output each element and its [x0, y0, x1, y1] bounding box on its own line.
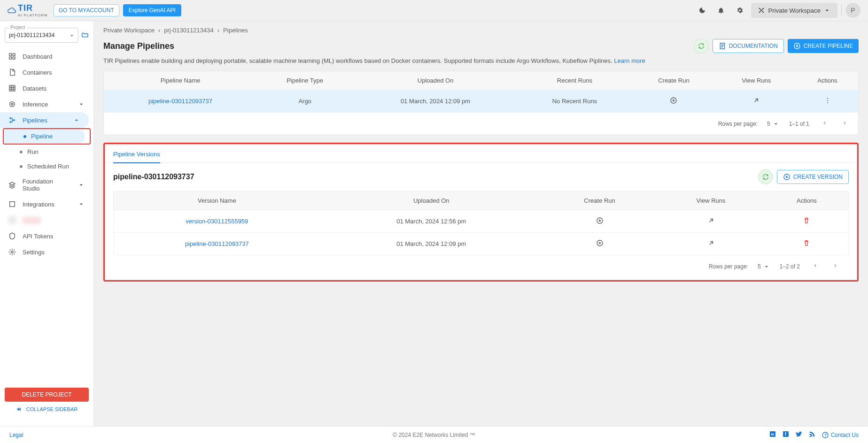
col-actions: Actions	[797, 71, 858, 90]
avatar[interactable]: P	[845, 3, 860, 18]
sidebar-item-settings[interactable]: Settings	[0, 244, 93, 260]
learn-more-link[interactable]: Learn more	[614, 57, 645, 64]
sidebar-item-datasets[interactable]: Datasets	[0, 80, 93, 96]
delete-button[interactable]	[803, 241, 810, 248]
chevron-down-icon	[78, 181, 85, 189]
sidebar-item-inference[interactable]: Inference	[0, 96, 93, 112]
svg-rect-4	[9, 53, 12, 56]
layers-icon	[8, 181, 16, 189]
facebook-icon[interactable]: f	[782, 430, 790, 439]
svg-rect-8	[9, 85, 15, 91]
prev-page-button[interactable]	[819, 117, 830, 130]
view-runs-button[interactable]	[707, 219, 715, 226]
sidebar-item-pipelines[interactable]: Pipelines	[0, 112, 89, 128]
tab-pipeline-versions[interactable]: Pipeline Versions	[106, 145, 856, 163]
explore-genai-button[interactable]: Explore GenAI API	[123, 4, 181, 16]
rows-per-page-select[interactable]: 5	[758, 263, 770, 270]
svg-point-21	[827, 102, 828, 103]
delete-project-button[interactable]: DELETE PROJECT	[5, 388, 89, 402]
pagination: Rows per page: 5 1–1 of 1	[104, 113, 858, 135]
sidebar-item-label: Foundation Studio	[23, 178, 71, 192]
inference-icon	[8, 100, 16, 108]
col-create-run: Create Run	[542, 191, 657, 210]
version-name-link[interactable]: version-030112555959	[186, 218, 248, 225]
copyright: © 2024 E2E Networks Limited ™	[393, 432, 475, 438]
twitter-icon[interactable]	[795, 430, 803, 439]
refresh-button[interactable]	[694, 38, 709, 53]
gear-icon	[8, 248, 16, 256]
logo: TIR AI PLATFORM	[8, 3, 48, 17]
more-actions-button[interactable]	[824, 99, 831, 106]
settings-icon[interactable]	[732, 3, 747, 18]
rss-icon[interactable]	[808, 430, 816, 439]
breadcrumb-item[interactable]: Private Workspace	[103, 27, 155, 34]
next-page-button[interactable]	[839, 117, 851, 130]
chevron-down-icon	[78, 200, 85, 208]
sidebar-item-label: Scheduled Run	[27, 163, 69, 170]
sidebar-item-scheduled-run[interactable]: Scheduled Run	[0, 159, 93, 174]
next-page-button[interactable]	[830, 260, 841, 273]
sidebar-item-foundation-studio[interactable]: Foundation Studio	[0, 174, 93, 196]
prev-page-button[interactable]	[809, 260, 821, 273]
sidebar-item-dashboard[interactable]: Dashboard	[0, 48, 93, 64]
rows-per-page-select[interactable]: 5	[767, 120, 780, 128]
sidebar-item-label: Pipelines	[23, 117, 47, 124]
sidebar-item-api-tokens[interactable]: API Tokens	[0, 228, 93, 244]
logo-text: TIR	[18, 3, 48, 13]
sidebar-item-label: Run	[27, 148, 39, 155]
version-name-link[interactable]: pipeline-030112093737	[185, 240, 249, 247]
sidebar-item-run[interactable]: Run	[0, 145, 93, 159]
sidebar-item-containers[interactable]: Containers	[0, 64, 93, 80]
dot-icon	[20, 165, 23, 168]
page-title: Manage Pipelines	[103, 41, 174, 51]
svg-point-19	[827, 98, 828, 99]
delete-button[interactable]	[803, 219, 810, 226]
breadcrumb-item[interactable]: prj-013011213434	[164, 27, 214, 34]
create-pipeline-button[interactable]: CREATE PIPELINE	[788, 39, 859, 53]
svg-point-13	[14, 120, 15, 121]
uploaded-on: 01 March, 2024 12:56 pm	[320, 210, 542, 233]
create-version-button[interactable]: CREATE VERSION	[777, 170, 849, 184]
sidebar-item-label: Dashboard	[23, 53, 53, 60]
legal-link[interactable]: Legal	[9, 432, 23, 438]
svg-point-10	[11, 103, 13, 105]
pipelines-table: Pipeline Name Pipeline Type Uploaded On …	[104, 71, 858, 113]
dark-mode-icon[interactable]	[695, 3, 710, 18]
workspace-selector[interactable]: Private Workspace	[751, 3, 837, 18]
page-description: TIR Pipelines enable building and deploy…	[103, 57, 859, 64]
button-label: CREATE PIPELINE	[804, 43, 853, 49]
sidebar-item-pipeline[interactable]: Pipeline	[4, 129, 85, 144]
svg-point-16	[11, 251, 13, 253]
notifications-icon[interactable]	[713, 3, 728, 18]
dot-icon	[23, 135, 26, 138]
create-run-button[interactable]	[670, 99, 677, 106]
view-runs-button[interactable]	[707, 241, 715, 248]
create-run-button[interactable]	[596, 219, 604, 226]
pipeline-name-link[interactable]: pipeline-030112093737	[148, 98, 212, 105]
documentation-button[interactable]: DOCUMENTATION	[713, 39, 784, 53]
contact-us-link[interactable]: ? Contact Us	[822, 431, 859, 439]
dashboard-icon	[8, 53, 16, 60]
chevron-down-icon	[823, 7, 831, 14]
svg-text:in: in	[771, 432, 774, 436]
rows-per-page-label: Rows per page:	[718, 121, 758, 127]
uploaded-on: 01 March, 2024 12:09 pm	[353, 90, 518, 113]
uploaded-on: 01 March, 2024 12:09 pm	[320, 233, 542, 255]
collapse-sidebar-button[interactable]: COLLAPSE SIDEBAR	[5, 402, 89, 417]
create-run-button[interactable]	[596, 241, 604, 248]
sidebar-item-label: Datasets	[23, 85, 46, 92]
table-row[interactable]: pipeline-030112093737 Argo 01 March, 202…	[104, 90, 858, 113]
go-to-myaccount-button[interactable]: GO TO MYACCOUNT	[54, 4, 119, 16]
sidebar-item-integrations[interactable]: Integrations	[0, 196, 93, 212]
col-view-runs: View Runs	[716, 71, 797, 90]
project-label: Project	[8, 25, 27, 30]
linkedin-icon[interactable]: in	[769, 430, 776, 439]
refresh-versions-button[interactable]	[758, 169, 773, 184]
col-version-name: Version Name	[114, 191, 320, 210]
workspace-label: Private Workspace	[768, 7, 821, 14]
sidebar-item-redacted[interactable]: hidden	[0, 212, 93, 228]
svg-rect-6	[9, 57, 12, 59]
pipeline-type: Argo	[257, 90, 353, 113]
view-runs-button[interactable]	[752, 99, 760, 106]
folder-icon[interactable]	[81, 31, 89, 40]
